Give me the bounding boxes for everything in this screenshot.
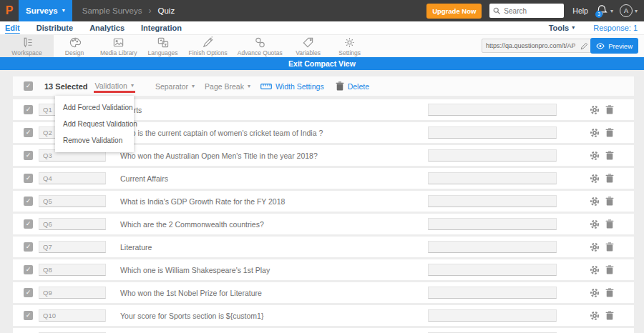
survey-url-field[interactable]: [482, 39, 592, 53]
toolbar-tab-media-library[interactable]: Media Library: [95, 35, 142, 57]
separator-dropdown[interactable]: Separator ▾: [155, 82, 195, 91]
row-delete-trash-icon[interactable]: [605, 151, 614, 160]
survey-nav-tabs: EditDistributeAnalyticsIntegration: [0, 24, 182, 32]
nav-tab-analytics[interactable]: Analytics: [89, 24, 125, 32]
row-delete-trash-icon[interactable]: [605, 288, 614, 297]
toolbar-tab-design[interactable]: Design: [54, 35, 95, 57]
row-checkbox[interactable]: ✓: [24, 128, 33, 137]
question-answer-input[interactable]: [428, 287, 557, 299]
nav-tab-distribute[interactable]: Distribute: [36, 24, 73, 32]
search-input[interactable]: [504, 7, 561, 15]
toolbar-tab-finish-options[interactable]: Finish Options: [184, 35, 233, 57]
row-settings-gear-icon[interactable]: [590, 197, 600, 207]
row-settings-gear-icon[interactable]: [590, 174, 600, 184]
survey-url-input[interactable]: [482, 42, 577, 49]
row-delete-trash-icon[interactable]: [605, 242, 614, 252]
row-settings-gear-icon[interactable]: [590, 311, 600, 321]
validation-dropdown[interactable]: Validation ▾: [94, 80, 135, 93]
chevron-down-icon: ▾: [62, 8, 65, 14]
question-answer-input[interactable]: [428, 126, 557, 139]
row-settings-gear-icon[interactable]: [590, 242, 600, 252]
surveys-menu-button[interactable]: Surveys ▾: [19, 0, 72, 21]
row-delete-trash-icon[interactable]: [605, 128, 614, 137]
row-settings-gear-icon[interactable]: [590, 265, 600, 275]
checkmark-icon: ✓: [26, 220, 31, 227]
notifications-caret-icon[interactable]: ▾: [610, 8, 613, 14]
question-code-input[interactable]: [39, 241, 106, 253]
row-delete-trash-icon[interactable]: [605, 311, 614, 320]
question-answer-input[interactable]: [428, 172, 557, 184]
breadcrumb-parent[interactable]: Sample Surveys: [82, 6, 142, 15]
checkmark-icon: ✓: [26, 312, 31, 319]
account-caret-icon[interactable]: ▾: [635, 8, 638, 14]
question-code-input[interactable]: [39, 264, 106, 276]
preview-button[interactable]: Preview: [590, 38, 638, 54]
advance-quotas-icon: [254, 36, 266, 49]
response-count-link[interactable]: Response: 1: [593, 24, 638, 32]
row-checkbox[interactable]: ✓: [24, 219, 33, 229]
question-answer-input[interactable]: [428, 309, 557, 322]
question-answer-input[interactable]: [428, 195, 557, 207]
row-settings-gear-icon[interactable]: [590, 128, 600, 138]
toolbar-tab-workspace[interactable]: Workspace: [0, 35, 54, 57]
menu-item-add-request-validation[interactable]: Add Request Validation: [55, 116, 134, 132]
row-settings-gear-icon[interactable]: [590, 219, 600, 229]
toolbar-tab-settings[interactable]: Settings: [329, 35, 371, 57]
row-delete-trash-icon[interactable]: [605, 197, 614, 206]
width-settings-button[interactable]: Width Settings: [260, 82, 324, 91]
checkmark-icon: ✓: [26, 82, 31, 89]
row-checkbox[interactable]: ✓: [24, 197, 33, 206]
page-break-dropdown[interactable]: Page Break ▾: [205, 82, 250, 91]
menu-item-add-forced-validation[interactable]: Add Forced Validation: [55, 99, 134, 116]
question-code-input[interactable]: [39, 172, 106, 184]
question-row-q6: ✓Which are the 2 Commonwealth countries?: [13, 214, 634, 234]
toolbar-tab-languages[interactable]: Languages: [142, 35, 184, 57]
question-answer-input[interactable]: [428, 218, 557, 230]
question-answer-input[interactable]: [428, 241, 557, 253]
question-answer-input[interactable]: [428, 264, 557, 276]
row-checkbox[interactable]: ✓: [24, 288, 33, 297]
question-code-input[interactable]: [39, 218, 106, 230]
question-text: Who is the current captain of women's cr…: [120, 129, 428, 137]
question-answer-input[interactable]: [428, 149, 557, 161]
row-checkbox[interactable]: ✓: [24, 311, 33, 320]
question-text: Which are the 2 Commonwealth countries?: [120, 220, 428, 229]
help-link[interactable]: Help: [572, 6, 588, 15]
row-delete-trash-icon[interactable]: [605, 265, 614, 274]
avatar[interactable]: A: [620, 4, 633, 17]
nav-tab-edit[interactable]: Edit: [5, 24, 20, 32]
notifications-bell-icon[interactable]: 3: [596, 4, 608, 17]
search-box[interactable]: [489, 4, 564, 18]
row-delete-trash-icon[interactable]: [605, 219, 614, 229]
row-settings-gear-icon[interactable]: [590, 105, 600, 115]
row-checkbox[interactable]: ✓: [24, 174, 33, 183]
question-answer-input[interactable]: [428, 104, 557, 116]
exit-compact-view-link[interactable]: Exit Compact View: [288, 59, 356, 68]
question-code-input[interactable]: [39, 309, 106, 322]
question-code-input[interactable]: [39, 195, 106, 207]
design-icon: [69, 36, 81, 49]
chevron-down-icon: ▾: [572, 25, 575, 31]
edit-url-pencil-icon[interactable]: [577, 42, 591, 50]
question-code-input[interactable]: [39, 287, 106, 299]
question-text: Who won the Australian Open Men's Title …: [120, 151, 428, 160]
select-all-checkbox[interactable]: ✓: [24, 81, 33, 91]
upgrade-now-button[interactable]: Upgrade Now: [426, 4, 482, 19]
row-delete-trash-icon[interactable]: [605, 105, 614, 114]
survey-nav: EditDistributeAnalyticsIntegration Tools…: [0, 21, 644, 35]
row-settings-gear-icon[interactable]: [590, 151, 600, 161]
row-checkbox[interactable]: ✓: [24, 242, 33, 252]
toolbar-tab-advance-quotas[interactable]: Advance Quotas: [233, 35, 288, 57]
row-checkbox[interactable]: ✓: [24, 151, 33, 160]
bulk-delete-button[interactable]: Delete: [336, 81, 369, 91]
tools-menu[interactable]: Tools ▾: [549, 24, 575, 32]
menu-item-remove-validation[interactable]: Remove Validation: [55, 132, 134, 149]
row-checkbox[interactable]: ✓: [24, 265, 33, 274]
questionpro-logo[interactable]: P: [0, 4, 19, 17]
row-checkbox[interactable]: ✓: [24, 105, 33, 114]
nav-tab-integration[interactable]: Integration: [141, 24, 182, 32]
tools-label: Tools: [549, 24, 570, 32]
toolbar-tab-variables[interactable]: Variables: [288, 35, 329, 57]
row-settings-gear-icon[interactable]: [590, 288, 600, 298]
row-delete-trash-icon[interactable]: [605, 174, 614, 183]
